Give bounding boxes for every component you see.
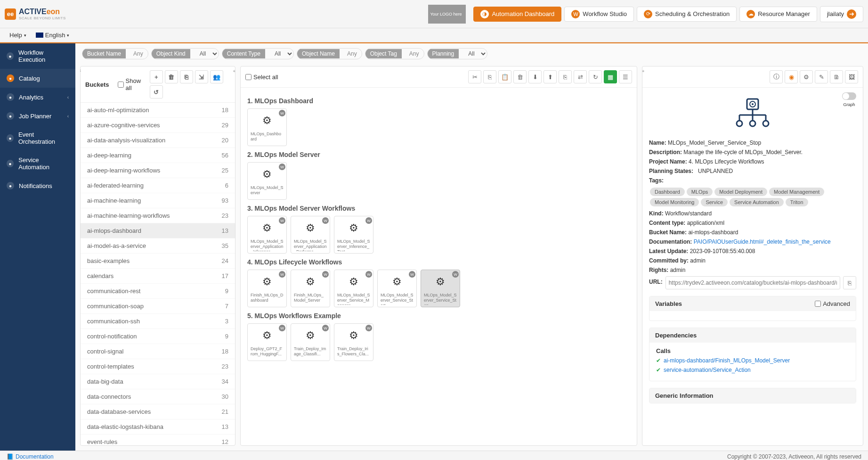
workflow-type-badge-icon: W	[365, 271, 372, 278]
tag-pill[interactable]: Model Management	[769, 188, 824, 196]
sidebar: ●Workflow Execution●Catalog●Analytics‹●J…	[0, 43, 75, 451]
bucket-row[interactable]: ai-federated-learning6	[81, 178, 235, 193]
filter-object-kind[interactable]: Object KindAll	[151, 48, 219, 59]
workflow-section-title: 4. MLOps Lifecycle Workflows	[247, 258, 630, 266]
workflow-tile[interactable]: W⚙MLOps_Model_Server_Application_Inferen…	[247, 216, 287, 254]
menubar: Help▾ English▾	[0, 28, 868, 42]
tag-pill[interactable]: Service Automation	[730, 198, 784, 206]
bucket-row[interactable]: communication-soap7	[81, 299, 235, 314]
nav-icon: ●	[7, 112, 14, 120]
tag-pill[interactable]: Model Deployment	[714, 188, 767, 196]
bucket-row[interactable]: control-signal18	[81, 344, 235, 359]
bucket-row[interactable]: communication-ssh3	[81, 314, 235, 329]
bucket-row[interactable]: control-notification9	[81, 329, 235, 344]
tag-pill[interactable]: Dashboard	[650, 188, 685, 196]
bucket-row[interactable]: ai-machine-learning93	[81, 193, 235, 208]
bucket-row[interactable]: basic-examples24	[81, 254, 235, 269]
tag-pill[interactable]: Service	[701, 198, 728, 206]
tag-pill[interactable]: MLOps	[687, 188, 713, 196]
tag-pill[interactable]: Triton	[786, 198, 808, 206]
tag-pill[interactable]: Model Monitoring	[650, 198, 699, 206]
workflow-tile[interactable]: W⚙Train_Deploy_Image_Classifi...	[291, 323, 330, 361]
sidebar-item-event-orchestration[interactable]: ●Event Orchestration	[0, 125, 75, 151]
bucket-row[interactable]: data-database-services21	[81, 404, 235, 419]
detail-url-input[interactable]	[665, 276, 840, 289]
chevron-left-icon: ‹	[67, 114, 69, 119]
filter-object-tag[interactable]: Object TagAny	[365, 48, 424, 59]
bucket-row[interactable]: calendars17	[81, 269, 235, 284]
workflow-section-title: 2. MLOps Model Server	[247, 151, 630, 158]
nav-tab-automation-dashboard[interactable]: ◑ Automation Dashboard	[473, 7, 561, 22]
sidebar-item-service-automation[interactable]: ●Service Automation	[0, 151, 75, 176]
filter-content-type[interactable]: Content TypeAll	[222, 48, 294, 59]
bucket-row[interactable]: data-big-data34	[81, 374, 235, 389]
sidebar-item-catalog[interactable]: ●Catalog	[0, 69, 75, 88]
bucket-row[interactable]: ai-auto-ml-optimization18	[81, 103, 235, 118]
detail-bucket: ai-mlops-dashboard	[688, 229, 738, 236]
brand-logo: ee ACTIVEeon SCALE BEYOND LIMITS	[5, 8, 66, 20]
workflow-tile[interactable]: W⚙MLOps_Dashboard	[247, 108, 287, 146]
bucket-row[interactable]: ai-model-as-a-service35	[81, 238, 235, 254]
help-menu[interactable]: Help▾	[5, 30, 31, 41]
footer-doc-link[interactable]: 📘Documentation	[7, 453, 54, 460]
show-all-checkbox[interactable]: Show all	[118, 77, 146, 91]
workflow-tile[interactable]: W⚙Deploy_GPT2_From_HuggingF...	[247, 323, 287, 361]
dashboard-icon: ◑	[480, 10, 489, 18]
workflow-tile[interactable]: W⚙Finish_MLOps_Dashboard	[247, 270, 287, 307]
bucket-row[interactable]: control-templates23	[81, 359, 235, 374]
filter-bucket-name[interactable]: Bucket NameAny	[82, 48, 148, 59]
chevron-left-icon: ‹	[67, 95, 69, 100]
sidebar-item-notifications[interactable]: ●Notifications	[0, 176, 75, 195]
bucket-row[interactable]: data-elastic-logstash-kibana13	[81, 419, 235, 435]
dependency-call-link[interactable]: ✔service-automation/Service_Action	[656, 367, 849, 373]
workflow-type-badge-icon: W	[452, 271, 459, 278]
workflow-tile[interactable]: W⚙Finish_MLOps_Model_Server	[291, 270, 330, 307]
bucket-row[interactable]: communication-rest9	[81, 284, 235, 299]
svg-point-9	[750, 121, 755, 126]
workflow-tile[interactable]: W⚙MLOps_Model_Server_Application_Perform…	[291, 216, 330, 254]
bucket-row[interactable]: data-connectors30	[81, 389, 235, 404]
workflow-section-title: 1. MLOps Dashboard	[247, 97, 630, 105]
bucket-row[interactable]: ai-mlops-dashboard13	[81, 223, 235, 238]
detail-body: Graph Name: MLOps_Model_Server_Service_S…	[642, 88, 863, 445]
bucket-row[interactable]: ai-data-analysis-visualization20	[81, 133, 235, 148]
workflow-icon	[649, 92, 856, 140]
language-menu[interactable]: English▾	[31, 30, 74, 41]
workflow-tile[interactable]: W⚙MLOps_Model_Server_Service_Start	[377, 270, 417, 307]
workflow-type-badge-icon: W	[322, 325, 329, 331]
filter-planning[interactable]: PlanningAll	[427, 48, 488, 59]
workflow-tile[interactable]: W⚙MLOps_Model_Server_Service_Manager	[334, 270, 373, 307]
bucket-row[interactable]: ai-deep-learning-workflows25	[81, 163, 235, 178]
detail-committer: admin	[690, 257, 706, 264]
nav-tab-scheduling[interactable]: ⟳ Scheduling & Orchestration	[637, 7, 737, 22]
collapse-detail-icon[interactable]: »	[642, 68, 644, 74]
detail-doc-link[interactable]: PAIO/PAIOUserGuide.html#_delete_finish_t…	[694, 238, 831, 245]
filter-object-name[interactable]: Object NameAny	[297, 48, 362, 59]
bucket-row[interactable]: ai-deep-learning56	[81, 148, 235, 163]
bucket-row[interactable]: ai-azure-cognitive-services29	[81, 118, 235, 133]
graph-toggle[interactable]	[842, 92, 856, 100]
nav-user-menu[interactable]: jlailaty ➜	[820, 6, 863, 22]
bucket-row[interactable]: ai-machine-learning-workflows23	[81, 208, 235, 223]
workflow-tile[interactable]: W⚙MLOps_Model_Server	[247, 162, 287, 200]
workflow-type-badge-icon: W	[279, 164, 285, 170]
sidebar-item-analytics[interactable]: ●Analytics‹	[0, 88, 75, 107]
sidebar-item-workflow-execution[interactable]: ●Workflow Execution	[0, 43, 75, 69]
nav-icon: ●	[7, 134, 14, 142]
workflow-tile[interactable]: W⚙MLOps_Model_Server_Inference_Test	[334, 216, 373, 254]
workflow-tile[interactable]: W⚙MLOps_Model_Server_Service_Stop	[421, 270, 460, 307]
user-avatar-icon: ➜	[847, 9, 856, 19]
workflow-type-badge-icon: W	[279, 110, 285, 116]
copy-url-button[interactable]: ⎘	[843, 276, 856, 289]
sidebar-item-job-planner[interactable]: ●Job Planner‹	[0, 107, 75, 125]
select-all-checkbox[interactable]: Select all	[245, 74, 278, 81]
dependency-call-link[interactable]: ✔ai-mlops-dashboard/Finish_MLOps_Model_S…	[656, 357, 849, 364]
workflow-type-badge-icon: W	[279, 271, 285, 278]
bucket-row[interactable]: event-rules12	[81, 435, 235, 445]
workflow-tile[interactable]: W⚙Train_Deploy_Iris_Flowers_Cla...	[334, 323, 373, 361]
collapse-sidebar-icon[interactable]: «	[80, 67, 863, 73]
nav-tab-resource-manager[interactable]: ☁ Resource Manager	[739, 7, 817, 22]
advanced-checkbox[interactable]: Advanced	[815, 300, 850, 307]
nav-tab-workflow-studio[interactable]: W Workflow Studio	[564, 7, 634, 22]
history-button[interactable]: ↺	[150, 85, 163, 99]
